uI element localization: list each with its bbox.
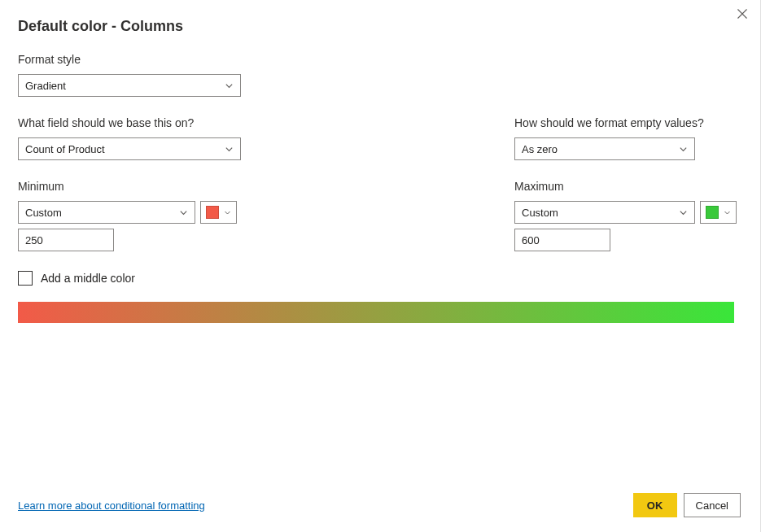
maximum-color-picker[interactable]: [700, 201, 737, 224]
maximum-value-input[interactable]: 600: [514, 229, 610, 251]
empty-values-select[interactable]: As zero: [514, 137, 695, 160]
maximum-label: Maximum: [514, 180, 742, 193]
format-style-label: Format style: [18, 53, 741, 66]
empty-values-value: As zero: [522, 143, 558, 155]
maximum-mode-value: Custom: [522, 207, 558, 219]
close-button[interactable]: [733, 5, 752, 24]
chevron-down-icon: [679, 145, 688, 154]
empty-values-label: How should we format empty values?: [514, 116, 742, 129]
based-on-select[interactable]: Count of Product: [18, 137, 241, 160]
chevron-down-icon: [179, 208, 188, 217]
maximum-color-swatch: [706, 206, 719, 219]
add-middle-color-checkbox[interactable]: [18, 271, 33, 286]
chevron-down-icon: [225, 145, 234, 154]
gradient-preview: [18, 302, 734, 323]
minimum-value: 250: [25, 234, 43, 246]
minimum-color-swatch: [206, 206, 219, 219]
minimum-mode-value: Custom: [25, 207, 62, 219]
cancel-button[interactable]: Cancel: [684, 493, 741, 517]
format-style-select[interactable]: Gradient: [18, 74, 241, 97]
ok-button[interactable]: OK: [633, 493, 677, 517]
minimum-label: Minimum: [18, 180, 262, 193]
minimum-value-input[interactable]: 250: [18, 229, 114, 251]
learn-more-link[interactable]: Learn more about conditional formatting: [18, 499, 205, 512]
chevron-down-icon: [225, 81, 234, 90]
chevron-down-icon: [679, 208, 688, 217]
maximum-value: 600: [522, 234, 540, 246]
based-on-label: What field should we base this on?: [18, 116, 262, 129]
close-icon: [737, 8, 748, 22]
chevron-down-icon: [724, 209, 731, 216]
minimum-mode-select[interactable]: Custom: [18, 201, 195, 224]
format-style-value: Gradient: [25, 80, 66, 92]
maximum-mode-select[interactable]: Custom: [514, 201, 695, 224]
based-on-value: Count of Product: [25, 143, 105, 155]
dialog-title: Default color - Columns: [18, 18, 741, 35]
minimum-color-picker[interactable]: [200, 201, 237, 224]
add-middle-color-label: Add a middle color: [41, 272, 135, 285]
chevron-down-icon: [224, 209, 231, 216]
ok-button-label: OK: [647, 499, 663, 512]
cancel-button-label: Cancel: [696, 499, 728, 512]
